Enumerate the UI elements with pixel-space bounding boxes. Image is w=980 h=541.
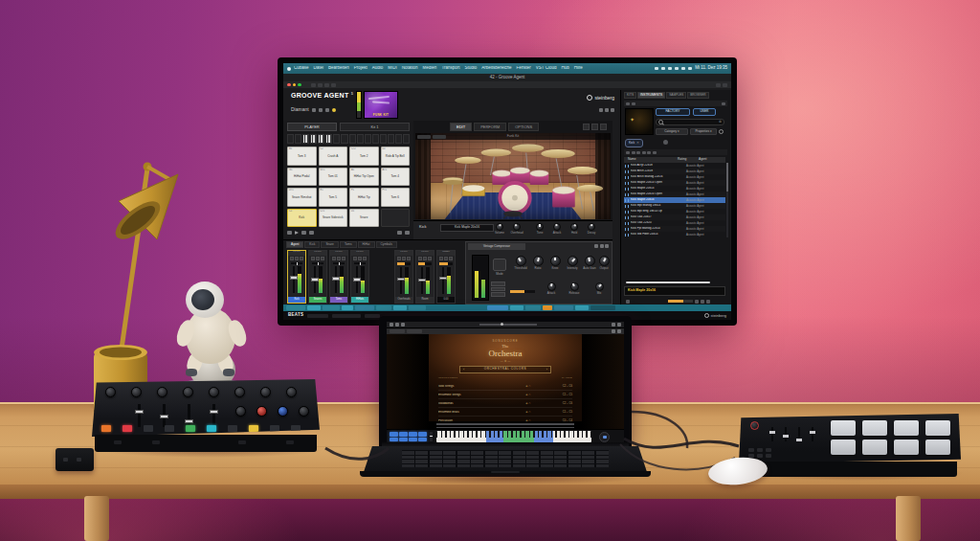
fader-zone[interactable] xyxy=(397,266,411,295)
pattern-cell[interactable] xyxy=(380,134,387,144)
knob-dial[interactable] xyxy=(553,223,561,231)
apple-menu-icon[interactable] xyxy=(287,67,291,71)
lower-toolbar-item[interactable] xyxy=(393,305,407,310)
mixer-tab-cymbals[interactable]: Cymbals xyxy=(376,241,397,248)
comp-knob-attack[interactable]: Attack xyxy=(543,282,560,295)
knob-dial[interactable] xyxy=(595,282,604,291)
preset-prev-icon[interactable] xyxy=(312,108,316,112)
fader-zone[interactable] xyxy=(311,265,324,294)
drum-pad[interactable]: C#1Snare Sidestick xyxy=(319,209,348,228)
toolbar-button[interactable] xyxy=(331,83,336,87)
toolbar-button[interactable] xyxy=(723,83,727,87)
comp-option-button[interactable] xyxy=(491,292,505,297)
fader-zone[interactable] xyxy=(332,265,345,294)
menu-cubase[interactable]: Cubase xyxy=(294,66,309,71)
menu-audio[interactable]: Audio xyxy=(372,66,384,71)
mute-solo-button[interactable] xyxy=(321,257,324,260)
search-input[interactable] xyxy=(665,121,717,124)
scroll-bar[interactable] xyxy=(436,427,574,429)
strip-tag[interactable]: Kick xyxy=(288,297,305,303)
menu-bearbeiten[interactable]: Bearbeiten xyxy=(328,66,349,71)
lower-toolbar-item[interactable] xyxy=(575,305,589,310)
status-icon[interactable] xyxy=(668,67,672,71)
preset-navigator[interactable]: ‹ ORCHESTRAL COLORS › xyxy=(459,366,551,373)
mute-solo-button[interactable] xyxy=(332,257,336,260)
kit-view-icon[interactable] xyxy=(591,124,598,130)
library-thumbnail[interactable]: ✦ xyxy=(625,108,654,135)
comp-knob-output[interactable]: Output xyxy=(595,256,612,270)
knob-dial[interactable] xyxy=(599,256,610,266)
comp-knob-intensity[interactable]: Intensity xyxy=(564,256,581,270)
options-round-button[interactable] xyxy=(599,432,610,442)
mute-solo-button[interactable] xyxy=(353,257,357,260)
mute-solo-button[interactable] xyxy=(358,257,362,260)
status-icon[interactable] xyxy=(675,67,679,71)
drum-pad[interactable]: E1Tom 5 xyxy=(319,188,348,207)
mute-solo-button[interactable] xyxy=(316,257,320,260)
strip-tag[interactable]: Overheads xyxy=(395,297,412,303)
prefetch-icon[interactable] xyxy=(626,300,630,304)
mixer-tab-agent[interactable]: Agent xyxy=(286,241,303,248)
drum-pad[interactable]: G#1Tom 01 xyxy=(319,168,348,187)
status-icon[interactable] xyxy=(688,67,692,71)
clear-search-icon[interactable]: ⊗ xyxy=(719,121,722,124)
drum-pad[interactable]: F#1Tom 6 xyxy=(381,188,411,207)
knob-attack[interactable]: Attack xyxy=(549,223,565,235)
edit-icon[interactable] xyxy=(600,244,604,248)
pattern-cell[interactable] xyxy=(357,134,364,144)
mixer-strip[interactable]: Master0.00 xyxy=(436,250,456,304)
menu-medien[interactable]: Medien xyxy=(423,66,437,71)
lower-toolbar-item[interactable] xyxy=(590,305,615,310)
fader-zone[interactable] xyxy=(353,265,367,294)
keyswitch-pad[interactable] xyxy=(418,432,427,437)
kick-filter-chip[interactable]: Kick✕ xyxy=(625,139,643,147)
rack-tab[interactable] xyxy=(407,329,422,333)
menu-icon[interactable] xyxy=(390,323,393,327)
jam-mode-icon[interactable] xyxy=(405,231,410,235)
follow-icon[interactable] xyxy=(397,231,402,235)
mute-solo-button[interactable] xyxy=(397,257,401,260)
toolbar-button[interactable] xyxy=(716,83,721,87)
fader-zone[interactable] xyxy=(418,266,432,295)
drum-pad[interactable]: A1HiHat Tip Open xyxy=(349,168,379,187)
keyswitch-pad[interactable] xyxy=(418,438,427,442)
gear-icon[interactable] xyxy=(401,323,405,327)
strip-value-bar[interactable] xyxy=(439,262,453,265)
record-icon[interactable] xyxy=(309,231,314,235)
tab-edit[interactable]: EDIT xyxy=(450,123,472,131)
effect-tab[interactable]: Vintage Compressor xyxy=(468,243,525,250)
comp-option-button[interactable] xyxy=(491,287,505,292)
knob-dial[interactable] xyxy=(513,223,521,231)
view-minitab[interactable] xyxy=(433,135,446,139)
result-view-icon[interactable] xyxy=(647,151,651,154)
master-volume-slider[interactable] xyxy=(479,324,537,326)
stop-icon[interactable] xyxy=(301,231,306,235)
browser-tab-instruments[interactable]: INSTRUMENTS xyxy=(637,92,665,99)
mixer-strip[interactable]: Kit MixHiHats xyxy=(350,250,369,304)
play-icon[interactable] xyxy=(295,231,299,235)
menu-fenster[interactable]: Fenster xyxy=(517,66,531,71)
knob-dial[interactable] xyxy=(588,223,595,231)
keyswitch-pad[interactable] xyxy=(399,438,408,442)
strip-tag[interactable]: Room xyxy=(416,297,434,303)
knob-dial[interactable] xyxy=(550,256,561,266)
result-view-icon[interactable] xyxy=(632,151,635,154)
drum-pad[interactable]: B1Tom 3 xyxy=(287,147,317,166)
preview-play-icon[interactable] xyxy=(695,300,699,304)
orchestra-slot[interactable]: Woodwinds◆ ◇C2 – C6 xyxy=(438,399,572,408)
browser-tab-samples[interactable]: SAMPLES xyxy=(666,92,686,99)
pattern-cell[interactable] xyxy=(333,134,340,144)
mixer-strip[interactable]: Kit MixKick xyxy=(287,250,306,304)
lower-toolbar-item[interactable] xyxy=(487,305,508,310)
scroll-bar[interactable] xyxy=(436,423,574,425)
mixer-strip[interactable]: Kit MixRoom xyxy=(415,250,434,304)
orchestra-slot[interactable]: Percussion◆ ◇C0 – C4 xyxy=(438,417,572,421)
view-minitab[interactable] xyxy=(417,135,431,139)
sample-dropdown[interactable]: Kick Maple 20x16 xyxy=(440,224,494,232)
lower-toolbar-item[interactable] xyxy=(286,305,305,310)
pattern-cell[interactable] xyxy=(318,134,324,144)
kit-slot-dropdown[interactable]: Kit 1 xyxy=(340,123,410,131)
wrench-icon[interactable] xyxy=(600,124,607,130)
tab-perform[interactable]: PERFORM xyxy=(474,123,506,131)
knob-tune[interactable]: Tune xyxy=(532,223,547,235)
